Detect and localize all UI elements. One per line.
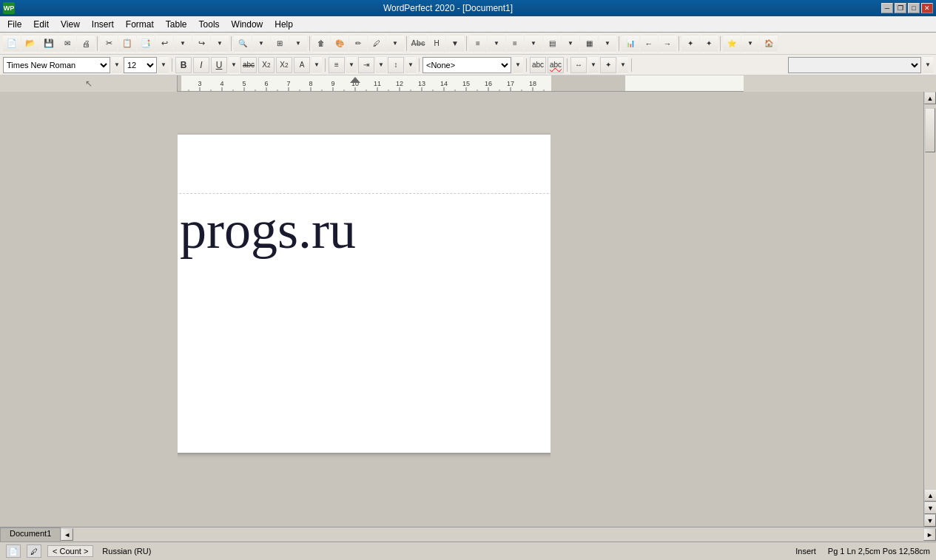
tb-macro1[interactable]: ✦ [681,35,699,53]
tb-new[interactable]: 📄 [3,35,21,53]
tb-list2[interactable]: ≡ [506,35,524,53]
tb-hl2[interactable]: ▼ [446,35,464,53]
scroll-page-up[interactable]: ▲ [924,489,936,502]
indent-button[interactable]: ⇥ [358,57,374,73]
tb-abc[interactable]: Abc [409,35,427,53]
status-icon2[interactable]: 🖊 [27,544,41,558]
tb-star[interactable]: ⭐ [723,35,741,53]
grammar-dropdown[interactable]: ▼ [588,56,599,74]
status-icon1[interactable]: 📄 [6,544,21,558]
menu-insert[interactable]: Insert [86,16,120,32]
restore-button[interactable]: ❐ [895,3,906,13]
tb-redo[interactable]: ↪ [192,35,210,53]
tb-home[interactable]: 🏠 [760,35,778,53]
tb-cols[interactable]: ▤ [543,35,561,53]
color-button[interactable]: A [294,57,310,73]
tb-star-dd[interactable]: ▼ [741,35,759,53]
subscript-button[interactable]: X2 [258,57,275,73]
tb-zoom[interactable]: 🔍 [234,35,252,53]
justify-dropdown[interactable]: ▼ [346,56,357,74]
bottom-area: Document1 ◄ ► 📄 🖊 < Count > Russian (RU)… [0,527,936,560]
tb-open[interactable]: 📂 [21,35,39,53]
scroll-right-button[interactable]: ► [923,528,936,541]
tb-cut[interactable]: ✂ [100,35,118,53]
justify-button[interactable]: ≡ [329,57,345,73]
tb-eraser[interactable]: 🗑 [312,35,330,53]
underline-dropdown[interactable]: ▼ [229,56,239,74]
scroll-up-button[interactable]: ▲ [924,92,936,104]
tb-print[interactable]: 🖨 [77,35,95,53]
title-bar-controls: ─ ❐ □ ✕ [881,3,933,13]
menu-view[interactable]: View [55,16,86,32]
grammar-button[interactable]: ↔ [570,57,587,73]
tb-back[interactable]: ← [640,35,658,53]
font-size-dropdown[interactable]: ▼ [158,56,169,74]
scroll-track[interactable] [924,104,936,489]
menu-tools[interactable]: Tools [193,16,226,32]
tb-view-dropdown[interactable]: ▼ [289,35,307,53]
page-content[interactable]: ⇒ 1progs.ru [178,194,551,267]
style-select[interactable]: <None> [422,57,511,73]
font-name-select[interactable]: Times New Roman [3,57,110,73]
spellcheck2-button[interactable]: abc [548,57,564,73]
tb-list1[interactable]: ≡ [469,35,487,53]
tb-color2[interactable]: ✏ [349,35,367,53]
menu-help[interactable]: Help [269,16,299,32]
tb-undo[interactable]: ↩ [155,35,173,53]
document-tab[interactable]: Document1 [0,527,61,542]
font-size-select[interactable]: 12 [124,57,157,73]
extra-dropdown[interactable] [788,57,921,73]
maximize-button[interactable]: □ [908,3,920,13]
font-name-dropdown[interactable]: ▼ [112,56,122,74]
tb-table-dd[interactable]: ▼ [599,35,616,53]
scroll-left-button[interactable]: ◄ [61,528,73,541]
menu-window[interactable]: Window [226,16,269,32]
tb-pen-dropdown[interactable]: ▼ [386,35,404,53]
tb-paste[interactable]: 📑 [137,35,155,53]
h-scroll-track[interactable] [73,530,923,539]
scroll-thumb[interactable] [925,108,935,152]
bold-button[interactable]: B [175,57,192,73]
tb-cols-dd[interactable]: ▼ [562,35,579,53]
superscript-button[interactable]: X2 [276,57,292,73]
tb-fwd[interactable]: → [659,35,676,53]
linespacing-button[interactable]: ↕ [388,57,404,73]
tb-hl[interactable]: H [428,35,445,53]
minimize-button[interactable]: ─ [881,3,893,13]
tb-list2-dd[interactable]: ▼ [525,35,542,53]
tb-copy[interactable]: 📋 [118,35,136,53]
italic-button[interactable]: I [193,57,209,73]
document-text[interactable]: 1progs.ru [178,201,551,260]
macro-button[interactable]: ✦ [600,57,616,73]
tb-macro2[interactable]: ✦ [700,35,718,53]
underline-button[interactable]: U [211,57,227,73]
indent-dropdown[interactable]: ▼ [376,56,386,74]
close-button[interactable]: ✕ [921,3,933,13]
strikethrough-button[interactable]: abc [240,57,257,73]
tb-undo-dropdown[interactable]: ▼ [174,35,192,53]
color-dropdown[interactable]: ▼ [312,56,322,74]
menu-edit[interactable]: Edit [27,16,55,32]
tb-email[interactable]: ✉ [58,35,76,53]
menu-file[interactable]: File [1,16,27,32]
scroll-page-down[interactable]: ▼ [924,502,936,514]
tb-table[interactable]: ▦ [580,35,598,53]
tb-redo-dropdown[interactable]: ▼ [211,35,229,53]
tb-zoom-dropdown[interactable]: ▼ [252,35,270,53]
menu-table[interactable]: Table [160,16,193,32]
tb-list1-dd[interactable]: ▼ [488,35,505,53]
fmt-sep6 [631,58,632,72]
scroll-down-button[interactable]: ▼ [924,514,936,527]
macro-dropdown[interactable]: ▼ [618,56,628,74]
linespacing-dropdown[interactable]: ▼ [405,56,416,74]
status-count-label[interactable]: < Count > [47,545,93,557]
menu-format[interactable]: Format [120,16,160,32]
extra-dropdown-btn[interactable]: ▼ [923,56,933,74]
spellcheck-button[interactable]: abc [530,57,546,73]
tb-view[interactable]: ⊞ [271,35,289,53]
tb-pen[interactable]: 🖊 [368,35,385,53]
style-dropdown[interactable]: ▼ [513,56,523,74]
tb-chart[interactable]: 📊 [622,35,639,53]
tb-color[interactable]: 🎨 [331,35,349,53]
tb-save[interactable]: 💾 [40,35,58,53]
